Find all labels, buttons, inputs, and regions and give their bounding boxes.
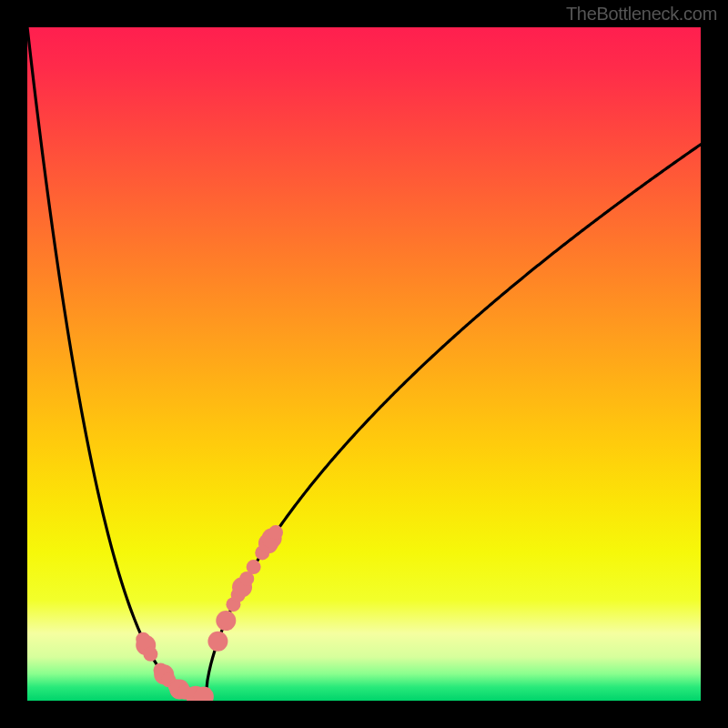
watermark-text: TheBottleneck.com xyxy=(566,4,717,25)
chart-frame xyxy=(27,27,701,701)
curve-marker xyxy=(268,525,283,540)
curve-marker xyxy=(143,647,157,662)
curve-marker xyxy=(207,632,228,652)
bottleneck-curve xyxy=(27,27,701,697)
curve-marker xyxy=(247,560,261,574)
curve-layer xyxy=(27,27,701,701)
curve-marker xyxy=(216,611,236,631)
